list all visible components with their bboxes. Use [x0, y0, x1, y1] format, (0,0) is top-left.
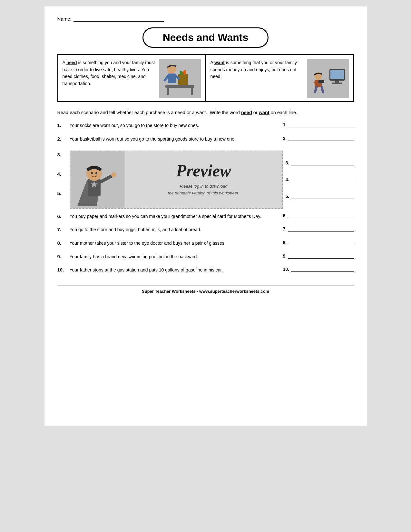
q8-number: 8. — [57, 240, 70, 246]
questions-section: 1. Your socks are worn out, so you go to… — [57, 122, 354, 276]
svg-point-29 — [111, 172, 116, 177]
question-row-8: 8. Your mother takes your sister to the … — [57, 240, 354, 249]
question-row-6: 6. You buy paper and markers so you can … — [57, 213, 354, 222]
svg-rect-15 — [335, 81, 339, 83]
question-row-9: 9. Your family has a brand new swimming … — [57, 253, 354, 262]
q2-text: Your basketball is worn out so you go to… — [70, 136, 283, 143]
q5-answer-line — [291, 194, 354, 199]
q35-answer-lines: 3. 4. 5. — [283, 151, 354, 209]
q4-number: 4. — [57, 169, 70, 188]
q35-numbers-col: 3. 4. 5. — [57, 149, 70, 207]
footer: Super Teacher Worksheets - www.superteac… — [57, 285, 354, 294]
q5-answer-label: 5. — [286, 194, 289, 199]
definitions-box: A need is something you and your family … — [57, 54, 354, 102]
want-definition-text: A want is something that you or your fam… — [210, 59, 304, 80]
preview-title: Preview — [176, 163, 231, 179]
q7-answer-line — [288, 226, 354, 232]
title-container: Needs and Wants — [57, 27, 354, 48]
q10-number: 10. — [57, 267, 70, 272]
q8-answer-line — [288, 240, 354, 245]
q6-text: You buy paper and markers so you can mak… — [70, 213, 283, 220]
instruction-need: need — [241, 110, 252, 115]
q6-answer-line — [288, 213, 354, 218]
q9-number: 9. — [57, 253, 70, 259]
svg-point-31 — [95, 172, 97, 174]
question-row-1: 1. Your socks are worn out, so you go to… — [57, 122, 354, 131]
q8-answer-label: 8. — [283, 240, 287, 245]
q5-number: 5. — [57, 188, 70, 207]
need-keyword: need — [66, 60, 77, 65]
q4-answer-label: 4. — [286, 177, 289, 182]
q7-number: 7. — [57, 226, 70, 232]
need-definition: A need is something you and your family … — [58, 55, 206, 101]
q3-number: 3. — [57, 149, 70, 169]
need-definition-text: A need is something you and your family … — [63, 59, 156, 87]
svg-rect-16 — [332, 83, 342, 84]
instruction-text: Read each scenario and tell whether each… — [57, 109, 354, 116]
q1-answer-line — [288, 122, 354, 127]
q2-answer: 2. — [283, 136, 354, 142]
q9-answer-line — [288, 253, 354, 259]
svg-line-21 — [322, 87, 323, 92]
q6-number: 6. — [57, 213, 70, 219]
q1-number: 1. — [57, 122, 70, 128]
svg-rect-2 — [167, 88, 169, 95]
q7-answer-label: 7. — [283, 226, 287, 232]
hero-svg — [71, 151, 124, 208]
svg-point-30 — [91, 172, 93, 174]
groceries-svg — [159, 59, 201, 98]
q10-answer-label: 10. — [283, 267, 289, 272]
q3-answer-label: 3. — [286, 160, 289, 165]
svg-rect-23 — [318, 80, 324, 83]
q2-answer-line — [288, 136, 354, 141]
svg-point-7 — [183, 70, 186, 75]
question-row-2: 2. Your basketball is worn out so you go… — [57, 136, 354, 145]
toys-svg — [307, 59, 349, 98]
worksheet-page: Name: Needs and Wants A need is somethin… — [44, 6, 367, 426]
name-field-row: Name: — [57, 16, 354, 22]
q8-answer: 8. — [283, 240, 354, 246]
toys-image — [307, 59, 349, 98]
name-underline — [73, 16, 164, 22]
preview-text-block: Preview Please log in to download the pr… — [125, 151, 282, 208]
svg-line-20 — [315, 87, 317, 92]
q10-answer-line — [291, 267, 354, 272]
q9-text: Your family has a brand new swimming poo… — [70, 253, 283, 261]
svg-rect-4 — [178, 74, 188, 85]
name-label: Name: — [57, 16, 72, 22]
q2-answer-label: 2. — [283, 136, 287, 141]
q1-answer: 1. — [283, 122, 354, 128]
preview-subtitle: Please log in to download the printable … — [168, 183, 240, 197]
q4-answer: 4. — [286, 177, 354, 182]
preview-subtitle-1: Please log in to download — [180, 184, 227, 189]
questions-3-5-container: 3. 4. 5. — [57, 149, 354, 209]
question-row-7: 7. You go to the store and buy eggs, but… — [57, 226, 354, 235]
q9-answer: 9. — [283, 253, 354, 259]
svg-rect-1 — [165, 85, 194, 88]
q10-text: Your father stops at the gas station and… — [70, 267, 283, 274]
question-row-10: 10. Your father stops at the gas station… — [57, 267, 354, 276]
svg-rect-14 — [330, 70, 344, 79]
svg-rect-9 — [168, 74, 176, 83]
preview-subtitle-2: the printable version of this worksheet. — [168, 191, 240, 195]
preview-hero-image — [70, 151, 125, 208]
q10-answer: 10. — [283, 267, 354, 272]
q9-answer-label: 9. — [283, 253, 287, 259]
q1-answer-label: 1. — [283, 122, 287, 127]
q5-answer: 5. — [286, 194, 354, 199]
q2-number: 2. — [57, 136, 70, 142]
instruction-want: want — [259, 110, 269, 115]
q6-answer-label: 6. — [283, 213, 287, 218]
q3-answer-line — [291, 160, 354, 165]
want-definition: A want is something that you or your fam… — [206, 55, 353, 101]
q7-text: You go to the store and buy eggs, butter… — [70, 226, 283, 233]
q3-answer: 3. — [286, 160, 354, 165]
page-title: Needs and Wants — [142, 27, 269, 48]
svg-rect-3 — [191, 88, 193, 95]
q1-text: Your socks are worn out, so you go to th… — [70, 122, 283, 129]
q7-answer: 7. — [283, 226, 354, 232]
groceries-image — [159, 59, 201, 98]
want-keyword: want — [214, 60, 225, 65]
q8-text: Your mother takes your sister to the eye… — [70, 240, 283, 247]
svg-point-6 — [180, 71, 182, 75]
